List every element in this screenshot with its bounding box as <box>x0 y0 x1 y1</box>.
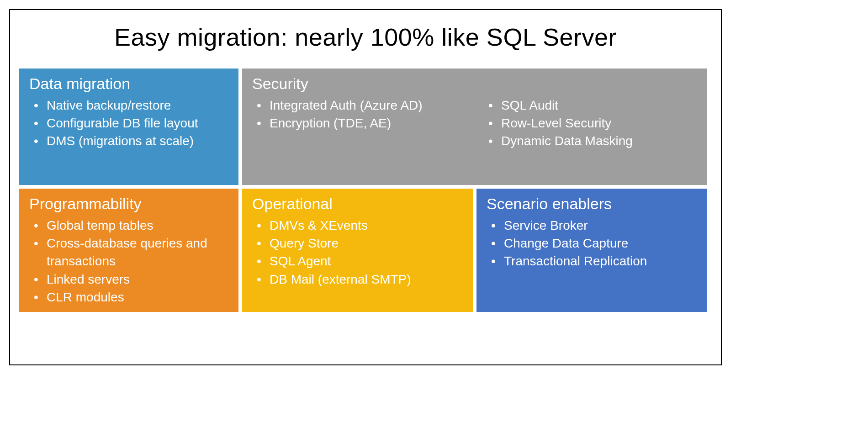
block-data-migration-list: Native backup/restore Configurable DB fi… <box>29 96 228 150</box>
list-item: DB Mail (external SMTP) <box>265 270 463 288</box>
block-programmability-title: Programmability <box>29 195 228 213</box>
block-scenario: Scenario enablers Service Broker Change … <box>476 189 707 312</box>
list-item: Change Data Capture <box>499 234 697 252</box>
block-data-migration-title: Data migration <box>29 75 228 93</box>
list-item: Linked servers <box>42 270 228 288</box>
block-security-col1: Integrated Auth (Azure AD) Encryption (T… <box>252 96 466 150</box>
block-security-col2: SQL Audit Row-Level Security Dynamic Dat… <box>484 96 697 150</box>
slide-title: Easy migration: nearly 100% like SQL Ser… <box>19 23 712 51</box>
block-operational: Operational DMVs & XEvents Query Store S… <box>242 189 473 312</box>
list-item: SQL Agent <box>265 252 463 270</box>
block-security-columns: Integrated Auth (Azure AD) Encryption (T… <box>252 96 697 150</box>
block-programmability: Programmability Global temp tables Cross… <box>19 189 238 312</box>
list-item: DMVs & XEvents <box>265 216 463 234</box>
slide-frame: Easy migration: nearly 100% like SQL Ser… <box>9 9 722 365</box>
list-item: SQL Audit <box>497 96 697 114</box>
list-item: Query Store <box>265 234 463 252</box>
block-security-list1: Integrated Auth (Azure AD) Encryption (T… <box>252 96 466 132</box>
list-item: Dynamic Data Masking <box>497 132 697 150</box>
list-item: Configurable DB file layout <box>42 114 228 132</box>
block-programmability-list: Global temp tables Cross-database querie… <box>29 216 228 306</box>
content-grid: Data migration Native backup/restore Con… <box>19 69 712 355</box>
list-item: Transactional Replication <box>499 252 697 270</box>
block-scenario-list: Service Broker Change Data Capture Trans… <box>487 216 697 270</box>
list-item: Native backup/restore <box>42 96 228 114</box>
block-operational-title: Operational <box>252 195 463 213</box>
list-item: Service Broker <box>499 216 697 234</box>
block-scenario-title: Scenario enablers <box>487 195 697 213</box>
block-operational-list: DMVs & XEvents Query Store SQL Agent DB … <box>252 216 463 288</box>
list-item: Row-Level Security <box>497 114 697 132</box>
list-item: Global temp tables <box>42 216 228 234</box>
block-security: Security Integrated Auth (Azure AD) Encr… <box>242 69 707 185</box>
block-security-list2: SQL Audit Row-Level Security Dynamic Dat… <box>484 96 697 150</box>
list-item: DMS (migrations at scale) <box>42 132 228 150</box>
list-item: CLR modules <box>42 288 228 306</box>
block-data-migration: Data migration Native backup/restore Con… <box>19 69 238 185</box>
list-item: Encryption (TDE, AE) <box>265 114 466 132</box>
block-security-title: Security <box>252 75 697 93</box>
list-item: Integrated Auth (Azure AD) <box>265 96 466 114</box>
list-item: Cross-database queries and transactions <box>42 234 228 270</box>
